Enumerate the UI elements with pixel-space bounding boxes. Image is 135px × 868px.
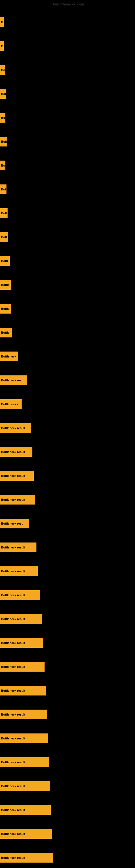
bar-row: Bottleneck result [0,605,135,629]
bar-item: Bottleneck result [0,471,34,480]
bar-item: Bottleneck result [0,447,32,457]
bar-item: Bott [0,232,8,242]
bar-row: Bottleneck result [0,820,135,844]
bar-row: Bottle [0,294,135,318]
bar-item: B [0,18,4,27]
bar-label: Bottleneck result [1,593,25,597]
bar-row: Bottleneck [0,342,135,366]
bar-label: Bottle [1,331,9,334]
bar-item: Bottleneck result [0,662,45,672]
bar-row: Bottleneck result [0,557,135,581]
bar-label: Bottleneck result [1,737,25,740]
bar-item: Bottleneck [0,351,18,361]
bar-label: Bott [1,140,7,143]
bar-label: Bottleneck result [1,665,25,669]
bar-label: Bottleneck result [1,808,25,812]
bar-label: Bottleneck result [1,569,25,573]
bar-row: Bottleneck result [0,629,135,653]
bar-label: Bottleneck resu [1,522,24,525]
bar-item: Bottleneck result [0,614,42,624]
bar-item: Bottleneck result [0,686,46,695]
bars-container: BBBoBotBoBottBoBotBottBottBottlBottleBot… [0,8,135,867]
bar-row: Bottleneck result [0,486,135,509]
bar-label: Bottleneck result [1,689,25,692]
bar-item: B [0,41,4,51]
bar-label: Bot [1,92,6,95]
bar-item: Bottleneck result [0,853,53,863]
bar-row: Bottleneck result [0,533,135,557]
bar-row: Bottleneck result [0,724,135,748]
bar-row: Bot [0,175,135,199]
bar-row: Bottleneck result [0,581,135,605]
bar-label: Bottleneck result [1,450,25,454]
bar-row: Bottleneck result [0,844,135,867]
bar-row: Bottle [0,318,135,342]
bar-label: Bottleneck result [1,832,25,835]
bar-row: Bottleneck result [0,796,135,820]
bar-label: Bo [1,116,5,119]
bar-label: Bottleneck result [1,617,25,621]
bar-item: Bottleneck resu [0,375,27,385]
bar-row: Bottleneck resu [0,509,135,533]
bar-item: Bottleneck result [0,781,50,791]
bar-row: Bottleneck r [0,390,135,414]
bar-row: Bottleneck result [0,701,135,724]
bar-row: Bottl [0,247,135,271]
bar-label: Bot [1,188,6,191]
bar-item: Bottleneck result [0,734,48,743]
bar-item: Bottle [0,328,12,337]
bar-row: Bottleneck result [0,748,135,772]
bar-item: Bo [0,65,5,75]
bar-item: Bottleneck result [0,566,38,576]
site-title: TheBottlenecker.com [51,2,84,6]
bar-item: Bottleneck result [0,757,49,767]
bar-row: Bottleneck result [0,462,135,486]
bar-label: Bott [1,212,7,215]
bar-item: Bottleneck result [0,495,35,504]
bar-label: Bottl [1,259,8,262]
bar-label: Bott [1,236,7,239]
bar-row: Bott [0,223,135,247]
bar-row: Bottleneck resu [0,366,135,390]
bar-item: Bot [0,89,6,99]
bar-item: Bott [0,208,8,218]
bar-row: Bo [0,56,135,80]
bar-label: Bottleneck result [1,546,25,549]
bar-item: Bottleneck result [0,805,51,815]
bar-row: Bottleneck result [0,438,135,462]
bar-label: Bottle [1,307,9,310]
bar-label: Bottleneck result [1,498,25,501]
bar-row: B [0,32,135,56]
bar-row: Bottleneck result [0,677,135,701]
bar-label: B [1,21,3,24]
bar-item: Bottleneck result [0,829,52,839]
bar-label: Bottleneck result [1,761,25,764]
bar-row: Bott [0,199,135,223]
bar-item: Bottleneck result [0,638,43,648]
bar-item: Bott [0,137,7,147]
bar-label: Bo [1,164,5,167]
bar-item: Bot [0,184,6,194]
bar-item: Bottleneck resu [0,519,29,528]
bar-row: Bott [0,127,135,151]
bar-item: Bottle [0,304,11,314]
bar-row: Bottleneck result [0,653,135,677]
bar-row: Bo [0,104,135,127]
bar-label: Bottleneck [1,355,16,358]
bar-row: Bo [0,151,135,175]
bar-label: Bottleneck result [1,713,25,716]
bar-label: B [1,44,3,48]
bar-row: Bottleneck result [0,414,135,438]
bar-label: Bottleneck result [1,856,25,859]
bar-item: Bottleneck result [0,710,47,719]
bar-row: Bot [0,80,135,104]
bar-label: Bottleneck resu [1,379,24,382]
bar-item: Bottle [0,280,11,290]
bar-item: Bottleneck result [0,590,40,600]
bar-label: Bottleneck r [1,403,18,406]
bar-label: Bottleneck result [1,641,25,645]
bar-row: Bottle [0,271,135,294]
bar-item: Bo [0,113,5,123]
bar-item: Bottleneck r [0,399,21,409]
bar-label: Bottleneck result [1,784,25,788]
